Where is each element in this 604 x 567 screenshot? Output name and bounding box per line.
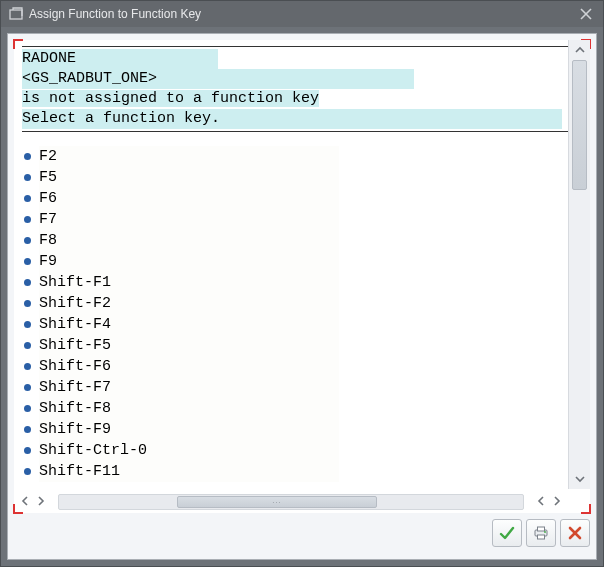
list-item[interactable]: Shift-F2 (22, 293, 582, 314)
scroll-right-icon[interactable] (34, 492, 48, 510)
list-item[interactable]: F7 (22, 209, 582, 230)
window-title: Assign Function to Function Key (29, 7, 575, 21)
list-item[interactable]: Shift-F1 (22, 272, 582, 293)
bullet-icon (24, 363, 31, 370)
bullet-icon (24, 258, 31, 265)
list-item[interactable]: Shift-F5 (22, 335, 582, 356)
list-item[interactable]: Shift-F7 (22, 377, 582, 398)
scroll-left-icon[interactable] (18, 492, 32, 510)
bullet-icon (24, 237, 31, 244)
confirm-button[interactable] (492, 519, 522, 547)
bullet-icon (24, 384, 31, 391)
button-bar (492, 519, 590, 553)
print-button[interactable] (526, 519, 556, 547)
list-item-label: Shift-F11 (39, 461, 339, 482)
list-item[interactable]: Shift-Ctrl-0 (22, 440, 582, 461)
window-icon (9, 7, 23, 21)
list-item[interactable]: F8 (22, 230, 582, 251)
list-item-label: F2 (39, 146, 339, 167)
function-key-list: F2F5F6F7F8F9Shift-F1Shift-F2Shift-F4Shif… (22, 146, 582, 482)
list-item-label: Shift-Ctrl-0 (39, 440, 339, 461)
cancel-button[interactable] (560, 519, 590, 547)
list-item-label: Shift-F9 (39, 419, 339, 440)
list-item-label: Shift-F2 (39, 293, 339, 314)
list-item[interactable]: Shift-F11 (22, 461, 582, 482)
list-item[interactable]: F2 (22, 146, 582, 167)
bullet-icon (24, 153, 31, 160)
header-line-3: is not assigned to a function key (22, 90, 319, 107)
hscroll-left-buttons (18, 491, 48, 511)
list-item-label: Shift-F1 (39, 272, 339, 293)
list-item[interactable]: Shift-F4 (22, 314, 582, 335)
list-item[interactable]: F6 (22, 188, 582, 209)
svg-point-6 (544, 531, 546, 533)
bullet-icon (24, 279, 31, 286)
list-item[interactable]: Shift-F9 (22, 419, 582, 440)
list-item[interactable]: F5 (22, 167, 582, 188)
svg-rect-5 (538, 535, 545, 539)
header-line-4: Select a function key. (22, 109, 562, 129)
bullet-icon (24, 174, 31, 181)
horizontal-scrollbar[interactable]: ··· (58, 494, 524, 510)
bullet-icon (24, 447, 31, 454)
close-icon[interactable] (575, 5, 597, 23)
bullet-icon (24, 468, 31, 475)
list-item-label: F5 (39, 167, 339, 188)
list-item[interactable]: Shift-F8 (22, 398, 582, 419)
scrollbar-thumb[interactable] (572, 60, 587, 190)
list-item-label: Shift-F8 (39, 398, 339, 419)
bullet-icon (24, 342, 31, 349)
list-item[interactable]: Shift-F6 (22, 356, 582, 377)
header-block: RADONE <GS_RADBUT_ONE> is not assigned t… (22, 46, 582, 132)
list-item[interactable]: F9 (22, 251, 582, 272)
list-item-label: F7 (39, 209, 339, 230)
list-item-label: Shift-F4 (39, 314, 339, 335)
svg-rect-4 (538, 527, 545, 531)
bullet-icon (24, 426, 31, 433)
scroll-left-icon[interactable] (534, 492, 548, 510)
bullet-icon (24, 405, 31, 412)
list-item-label: F6 (39, 188, 339, 209)
dialog-window: Assign Function to Function Key RADONE <… (0, 0, 604, 567)
list-item-label: Shift-F5 (39, 335, 339, 356)
header-line-1: RADONE (22, 49, 218, 69)
list-item-label: F9 (39, 251, 339, 272)
content-frame: RADONE <GS_RADBUT_ONE> is not assigned t… (7, 33, 597, 560)
svg-rect-0 (10, 10, 22, 19)
hscroll-thumb[interactable]: ··· (177, 496, 377, 508)
vertical-scrollbar[interactable] (568, 40, 590, 489)
scrollbar-track[interactable] (569, 60, 590, 469)
scroll-right-icon[interactable] (550, 492, 564, 510)
scroll-down-icon[interactable] (569, 469, 591, 489)
list-item-label: F8 (39, 230, 339, 251)
bullet-icon (24, 300, 31, 307)
bullet-icon (24, 216, 31, 223)
list-item-label: Shift-F6 (39, 356, 339, 377)
list-item-label: Shift-F7 (39, 377, 339, 398)
scroll-up-icon[interactable] (569, 40, 591, 60)
hscroll-right-buttons (534, 491, 564, 511)
content-panel: RADONE <GS_RADBUT_ONE> is not assigned t… (14, 40, 590, 513)
titlebar: Assign Function to Function Key (1, 1, 603, 27)
scroll-area: RADONE <GS_RADBUT_ONE> is not assigned t… (14, 40, 590, 489)
corner-marker (581, 504, 591, 514)
bullet-icon (24, 321, 31, 328)
bullet-icon (24, 195, 31, 202)
header-line-2: <GS_RADBUT_ONE> (22, 69, 414, 89)
